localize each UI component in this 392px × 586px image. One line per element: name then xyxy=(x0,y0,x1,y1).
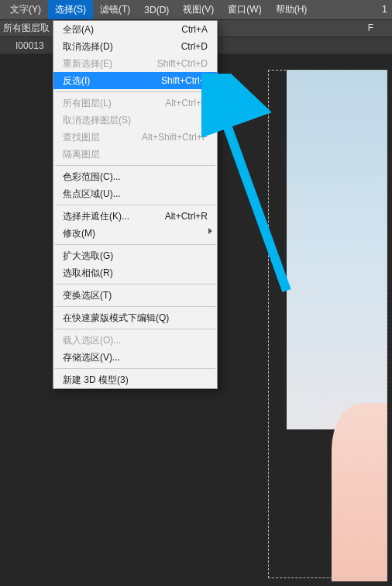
menu-item-shortcut: Alt+Ctrl+R xyxy=(165,211,208,222)
menu-item-label: 反选(I) xyxy=(63,74,161,88)
menu-separator xyxy=(55,368,215,369)
menu-item: 查找图层Alt+Shift+Ctrl+F xyxy=(53,129,217,146)
menu-separator xyxy=(55,244,215,245)
menu-item[interactable]: 焦点区域(U)... xyxy=(53,185,217,202)
menu-item-label: 隔离图层 xyxy=(63,148,208,161)
menu-item-label: 所有图层(L) xyxy=(63,97,165,110)
menu-item-label: 载入选区(O)... xyxy=(63,334,208,347)
menu-item-label: 全部(A) xyxy=(63,23,181,36)
menu-item: 取消选择图层(S) xyxy=(53,112,217,129)
menu-item-label: 色彩范围(C)... xyxy=(63,171,208,184)
menu-item-label: 焦点区域(U)... xyxy=(63,188,208,201)
chevron-right-icon xyxy=(208,228,212,234)
menu-item-shortcut: Shift+Ctrl+D xyxy=(157,58,208,69)
menu-item-label: 取消选择(D) xyxy=(63,40,181,53)
menu-item-shortcut: Shift+Ctrl+I xyxy=(161,75,208,86)
menu-separator xyxy=(55,284,215,284)
menu-item[interactable]: 取消选择(D)Ctrl+D xyxy=(53,38,217,55)
menu-separator xyxy=(55,329,215,329)
menu-item: 隔离图层 xyxy=(53,146,217,163)
document-tab[interactable]: I00013 xyxy=(9,38,50,53)
select-menu-dropdown: 全部(A)Ctrl+A取消选择(D)Ctrl+D重新选择(E)Shift+Ctr… xyxy=(53,20,218,389)
menu-item[interactable]: 在快速蒙版模式下编辑(Q) xyxy=(53,309,217,326)
menu-item: 载入选区(O)... xyxy=(53,332,217,349)
menu-item-label: 选取相似(R) xyxy=(63,267,208,280)
menu-select[interactable]: 选择(S) xyxy=(48,0,93,19)
menu-item[interactable]: 存储选区(V)... xyxy=(53,349,217,366)
menu-text[interactable]: 文字(Y) xyxy=(3,0,48,19)
menu-separator xyxy=(55,306,215,307)
menu-item-label: 变换选区(T) xyxy=(63,289,208,302)
menu-view[interactable]: 视图(V) xyxy=(176,0,221,19)
menu-item-shortcut: Alt+Shift+Ctrl+F xyxy=(142,132,208,143)
menu-window[interactable]: 窗口(W) xyxy=(221,0,268,19)
menu-separator xyxy=(55,91,215,92)
menu-item[interactable]: 反选(I)Shift+Ctrl+I xyxy=(53,72,217,89)
menu-item-label: 选择并遮住(K)... xyxy=(63,210,165,223)
menu-item[interactable]: 色彩范围(C)... xyxy=(53,168,217,185)
menu-item[interactable]: 变换选区(T) xyxy=(53,287,217,304)
menu-item-label: 查找图层 xyxy=(63,131,142,144)
options-right: F xyxy=(368,22,373,33)
menu-item[interactable]: 扩大选取(G) xyxy=(53,247,217,264)
menu-item-label: 新建 3D 模型(3) xyxy=(63,374,208,387)
options-label: 所有图层取 xyxy=(0,22,50,35)
menu-item-shortcut: Ctrl+D xyxy=(181,41,208,52)
menu-item[interactable]: 选取相似(R) xyxy=(53,264,217,281)
menu-item: 重新选择(E)Shift+Ctrl+D xyxy=(53,55,217,72)
menu-item-label: 重新选择(E) xyxy=(63,57,157,71)
menu-item-shortcut: Ctrl+A xyxy=(181,24,208,35)
menu-item-label: 扩大选取(G) xyxy=(63,250,208,263)
menubar-right-text: 1 xyxy=(382,3,387,15)
menu-item-label: 存储选区(V)... xyxy=(63,351,208,364)
menu-item-label: 修改(M) xyxy=(63,227,208,240)
menu-item-shortcut: Alt+Ctrl+A xyxy=(165,98,208,109)
menu-separator xyxy=(55,205,215,205)
menu-item-label: 在快速蒙版模式下编辑(Q) xyxy=(63,312,208,325)
menu-3d[interactable]: 3D(D) xyxy=(137,2,176,19)
menu-item[interactable]: 新建 3D 模型(3) xyxy=(53,371,217,388)
menu-item[interactable]: 选择并遮住(K)...Alt+Ctrl+R xyxy=(53,208,217,225)
menu-item-label: 取消选择图层(S) xyxy=(63,114,208,127)
menubar: 文字(Y) 选择(S) 滤镜(T) 3D(D) 视图(V) 窗口(W) 帮助(H… xyxy=(0,0,392,20)
menu-item: 所有图层(L)Alt+Ctrl+A xyxy=(53,95,217,112)
menu-help[interactable]: 帮助(H) xyxy=(269,0,315,19)
menu-item[interactable]: 修改(M) xyxy=(53,225,217,242)
menu-separator xyxy=(55,165,215,166)
menu-item[interactable]: 全部(A)Ctrl+A xyxy=(53,21,217,38)
selection-marquee xyxy=(268,70,387,578)
menu-filter[interactable]: 滤镜(T) xyxy=(93,0,137,19)
